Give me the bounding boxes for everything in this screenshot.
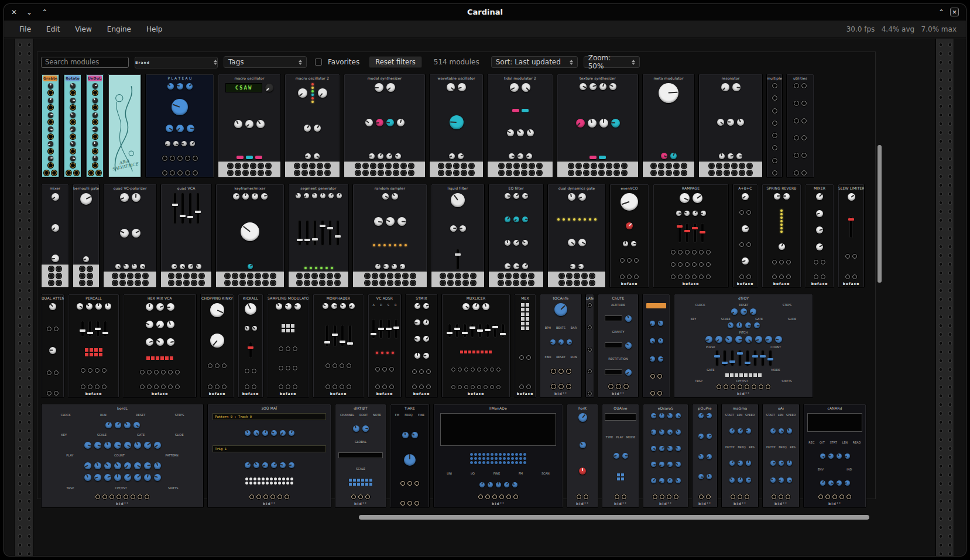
module-card[interactable]: KICKALLbefaco [238,294,263,398]
jack [496,367,501,372]
module-card[interactable]: evenVCObefaco [609,184,649,288]
module-card[interactable]: LATe [585,294,594,398]
button [365,479,368,482]
knob [104,462,111,469]
module-card[interactable]: A+B+Cbefaco [732,184,758,288]
vertical-scrollbar-thumb[interactable] [878,145,882,283]
module-card[interactable]: utilities [786,74,814,178]
module-card[interactable]: segment generator [288,184,349,288]
module-card[interactable]: keyframer/mixer [215,184,285,288]
module-body [430,81,483,161]
sort-dropdown[interactable]: Sort: Last updated [491,56,578,68]
knob [134,474,141,481]
module-card[interactable]: VC ADSRADSRbefaco [368,294,402,398]
module-card[interactable]: UnDuLaR [85,74,104,178]
module-card[interactable]: Rotatoes [63,74,82,178]
module-body [557,81,638,161]
control-row [407,336,436,342]
knob [451,193,465,207]
favorites-checkbox[interactable] [315,59,322,66]
module-card[interactable]: tOCAnTeBPHBEATSBARFINERESETRUNbId°° [540,294,582,398]
module-card[interactable]: MEXbefaco [514,294,536,398]
module-card[interactable]: oAïSTARTLENSPEEDFILTYPFREQRESbId°° [762,404,800,508]
close-button[interactable]: ✕ [11,9,17,16]
module-card[interactable]: SAMPLING MODULATORbefaco [267,294,309,398]
module-card[interactable]: meta modulator [642,74,695,178]
jack [582,280,587,286]
knob [482,303,489,310]
module-card[interactable]: dIKT@TCHANNELROOTNOTEGLOBALSCALEbId°° [335,404,386,508]
module-card[interactable]: Grabby [41,74,60,178]
minimize-button[interactable]: ⌄ [26,9,32,16]
horizontal-scrollbar-thumb[interactable] [359,515,869,520]
module-body: Pattern 0 : Track 0Trig 1 [208,411,331,501]
module-card[interactable]: OUAIveTYPEPLAYMODEbId°° [602,404,639,508]
module-card[interactable]: HEX MIX VCAbefaco [123,294,197,398]
module-card[interactable]: pOuPrebId°° [692,404,718,508]
module-card[interactable]: STMIXbefaco [405,294,438,398]
module-card[interactable]: P L A T E A U [145,74,214,178]
module-card[interactable]: MORPHADERbefaco [313,294,364,398]
module-card[interactable]: ARiA SALVATRiCE [108,74,142,178]
module-card[interactable]: resonator [698,74,763,178]
module-card[interactable]: MIXERbefaco [805,184,834,288]
menu-engine[interactable]: Engine [101,23,137,36]
control-row [433,225,483,232]
module-card[interactable]: ChUTEALTITUDEGRAVITYRESTITUTIONbId°° [598,294,639,398]
module-card[interactable]: dTrOYCLOCKRESETSTEPSKEYSCALEGATESLIDEPIT… [674,294,813,398]
module-card[interactable]: macro oscillator 2 [285,74,340,178]
module-card[interactable]: bernoulli gate [73,184,100,288]
search-input[interactable] [41,57,129,68]
brand-dropdown[interactable]: Brand [135,57,218,68]
module-card[interactable] [642,294,670,398]
menu-edit[interactable]: Edit [40,23,66,36]
module-card[interactable]: tidal modulator 2 [487,74,553,178]
module-card[interactable]: cANARdRECO/TSTRTLENREADENVINDbId°° [803,404,866,508]
jack [92,105,98,110]
pin-icon[interactable]: ⌃ [938,9,944,16]
module-card[interactable]: wavetable oscillator [429,74,484,178]
module-card[interactable]: eDsaroSbId°° [643,404,688,508]
knob [775,336,782,343]
module-card[interactable]: EQ filter [488,184,544,288]
module-card[interactable]: CHOPPING KINKYbefaco [200,294,234,398]
module-card[interactable]: TiAREFMFREQFINE [390,404,430,508]
module-card[interactable]: lIMonADeUNII/OFINEFMSCANbId°° [433,404,563,508]
module-card[interactable]: SLEW LIMITERbefaco [838,184,865,288]
knob [154,442,161,449]
module-card[interactable]: maGmaSTARTLENSPEEDFILTYPFREQRESbId°° [721,404,759,508]
module-card[interactable]: multiples [766,74,783,178]
jack [185,170,190,176]
menu-file[interactable]: File [13,23,37,36]
module-card[interactable]: ForKbId°° [567,404,598,508]
jack [772,274,777,279]
knob [423,353,429,359]
jack [709,170,714,176]
knob [190,141,195,146]
module-card[interactable]: SPRING REVERBbefaco [762,184,801,288]
module-card[interactable]: mixer [41,184,69,288]
menu-view[interactable]: View [69,23,97,36]
module-card[interactable]: modal synthesizer [344,74,426,178]
module-card[interactable]: PERCALLbefaco [68,294,119,398]
module-card[interactable]: liquid filter [431,184,485,288]
module-card[interactable]: MUXLICERbefaco [441,294,510,398]
zoom-dropdown[interactable]: Zoom: 50% [584,56,640,68]
control-row [220,156,279,159]
module-card[interactable]: quad VC-polarizer [103,184,157,288]
knob [659,430,664,435]
reset-filters-button[interactable]: Reset filters [369,56,422,68]
module-card[interactable]: bordLCLOCKRUNRESETSTEPSKEYSCALEGATESLIDE… [41,404,204,508]
module-card[interactable]: DUAL ATTENUVERTER [41,294,64,398]
module-card[interactable]: RAMPAGEbefaco [653,184,729,288]
module-card[interactable]: macro oscillatorCSAW [218,74,281,178]
module-card[interactable]: quad VCA [160,184,212,288]
module-card[interactable]: zOÙ MAÏPattern 0 : Track 0Trig 1bId°° [207,404,331,508]
tags-dropdown[interactable]: Tags [224,56,307,68]
module-card[interactable]: random sampler [352,184,427,288]
menu-help[interactable]: Help [140,23,168,36]
module-card[interactable]: dual dynamics gate [547,184,606,288]
maximize-button[interactable]: ⌃ [42,9,47,16]
knob [52,224,59,232]
module-card[interactable]: texture synthesizer [557,74,639,178]
